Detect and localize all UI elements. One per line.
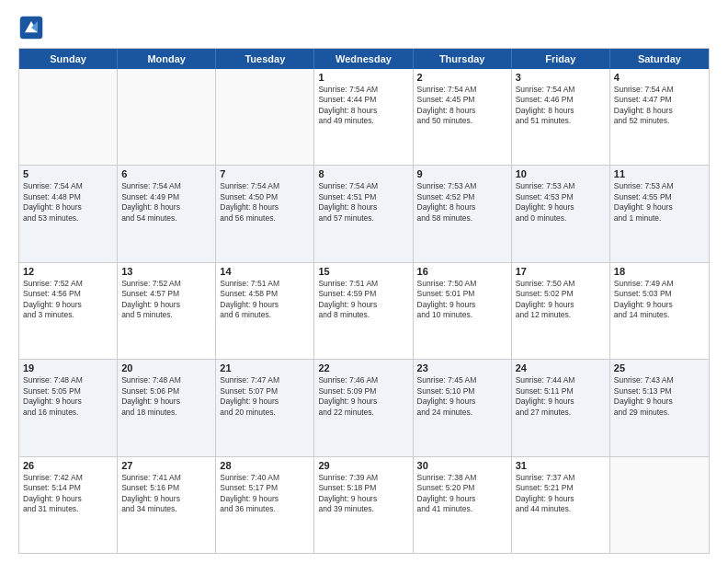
cell-date: 7 bbox=[220, 168, 310, 179]
cell-info: Sunrise: 7:53 AM Sunset: 4:52 PM Dayligh… bbox=[417, 181, 507, 224]
cell-date: 31 bbox=[516, 460, 606, 471]
cell-date: 21 bbox=[220, 362, 310, 373]
calendar-cell: 31Sunrise: 7:37 AM Sunset: 5:21 PM Dayli… bbox=[512, 457, 610, 553]
day-name-sunday: Sunday bbox=[19, 49, 118, 69]
day-name-friday: Friday bbox=[512, 49, 610, 69]
cell-info: Sunrise: 7:51 AM Sunset: 4:59 PM Dayligh… bbox=[318, 279, 408, 321]
cell-date: 18 bbox=[614, 266, 705, 277]
cell-date: 10 bbox=[516, 168, 606, 179]
calendar-row-4: 26Sunrise: 7:42 AM Sunset: 5:14 PM Dayli… bbox=[19, 457, 709, 553]
calendar-cell: 10Sunrise: 7:53 AM Sunset: 4:53 PM Dayli… bbox=[512, 166, 610, 261]
cell-date: 28 bbox=[220, 460, 310, 471]
calendar-cell bbox=[610, 457, 709, 553]
day-name-thursday: Thursday bbox=[414, 49, 512, 69]
calendar-cell: 22Sunrise: 7:46 AM Sunset: 5:09 PM Dayli… bbox=[314, 360, 413, 455]
cell-date: 17 bbox=[516, 266, 606, 277]
calendar-cell: 5Sunrise: 7:54 AM Sunset: 4:48 PM Daylig… bbox=[19, 166, 118, 261]
cell-info: Sunrise: 7:47 AM Sunset: 5:07 PM Dayligh… bbox=[220, 375, 310, 418]
calendar-cell: 19Sunrise: 7:48 AM Sunset: 5:05 PM Dayli… bbox=[19, 360, 118, 455]
cell-date: 8 bbox=[318, 168, 408, 179]
cell-date: 5 bbox=[23, 168, 113, 179]
cell-info: Sunrise: 7:54 AM Sunset: 4:46 PM Dayligh… bbox=[516, 85, 606, 127]
cell-date: 19 bbox=[23, 362, 113, 373]
calendar-cell: 17Sunrise: 7:50 AM Sunset: 5:02 PM Dayli… bbox=[512, 263, 610, 359]
cell-date: 11 bbox=[614, 168, 705, 179]
calendar-cell: 16Sunrise: 7:50 AM Sunset: 5:01 PM Dayli… bbox=[414, 263, 512, 359]
calendar-cell: 7Sunrise: 7:54 AM Sunset: 4:50 PM Daylig… bbox=[216, 166, 314, 261]
calendar-header: SundayMondayTuesdayWednesdayThursdayFrid… bbox=[19, 49, 709, 69]
cell-date: 15 bbox=[318, 266, 408, 277]
cell-date: 23 bbox=[417, 362, 507, 373]
cell-info: Sunrise: 7:53 AM Sunset: 4:55 PM Dayligh… bbox=[614, 181, 705, 224]
calendar-cell: 27Sunrise: 7:41 AM Sunset: 5:16 PM Dayli… bbox=[118, 457, 216, 553]
cell-info: Sunrise: 7:39 AM Sunset: 5:18 PM Dayligh… bbox=[318, 473, 408, 515]
cell-info: Sunrise: 7:38 AM Sunset: 5:20 PM Dayligh… bbox=[417, 473, 507, 515]
calendar-cell: 11Sunrise: 7:53 AM Sunset: 4:55 PM Dayli… bbox=[610, 166, 709, 261]
cell-info: Sunrise: 7:54 AM Sunset: 4:51 PM Dayligh… bbox=[318, 181, 408, 224]
cell-date: 3 bbox=[516, 72, 606, 83]
cell-info: Sunrise: 7:49 AM Sunset: 5:03 PM Dayligh… bbox=[614, 279, 705, 321]
cell-date: 9 bbox=[417, 168, 507, 179]
calendar-cell: 15Sunrise: 7:51 AM Sunset: 4:59 PM Dayli… bbox=[314, 263, 413, 359]
calendar-cell: 23Sunrise: 7:45 AM Sunset: 5:10 PM Dayli… bbox=[414, 360, 512, 455]
calendar-cell: 6Sunrise: 7:54 AM Sunset: 4:49 PM Daylig… bbox=[118, 166, 216, 261]
calendar-cell: 14Sunrise: 7:51 AM Sunset: 4:58 PM Dayli… bbox=[216, 263, 314, 359]
page: SundayMondayTuesdayWednesdayThursdayFrid… bbox=[0, 0, 728, 563]
cell-info: Sunrise: 7:52 AM Sunset: 4:57 PM Dayligh… bbox=[121, 279, 211, 321]
day-name-wednesday: Wednesday bbox=[314, 49, 413, 69]
cell-date: 26 bbox=[23, 460, 113, 471]
cell-info: Sunrise: 7:51 AM Sunset: 4:58 PM Dayligh… bbox=[220, 279, 310, 321]
cell-info: Sunrise: 7:41 AM Sunset: 5:16 PM Dayligh… bbox=[121, 473, 211, 515]
cell-date: 1 bbox=[318, 72, 408, 83]
cell-info: Sunrise: 7:48 AM Sunset: 5:06 PM Dayligh… bbox=[121, 375, 211, 418]
cell-info: Sunrise: 7:52 AM Sunset: 4:56 PM Dayligh… bbox=[23, 279, 113, 321]
cell-date: 6 bbox=[121, 168, 211, 179]
cell-date: 16 bbox=[417, 266, 507, 277]
calendar-row-3: 19Sunrise: 7:48 AM Sunset: 5:05 PM Dayli… bbox=[19, 360, 709, 456]
calendar-cell: 9Sunrise: 7:53 AM Sunset: 4:52 PM Daylig… bbox=[414, 166, 512, 261]
day-name-tuesday: Tuesday bbox=[216, 49, 314, 69]
calendar-cell: 12Sunrise: 7:52 AM Sunset: 4:56 PM Dayli… bbox=[19, 263, 118, 359]
cell-info: Sunrise: 7:54 AM Sunset: 4:50 PM Dayligh… bbox=[220, 181, 310, 224]
cell-date: 22 bbox=[318, 362, 408, 373]
header bbox=[18, 15, 710, 40]
cell-date: 13 bbox=[121, 266, 211, 277]
calendar-cell: 28Sunrise: 7:40 AM Sunset: 5:17 PM Dayli… bbox=[216, 457, 314, 553]
calendar-cell: 2Sunrise: 7:54 AM Sunset: 4:45 PM Daylig… bbox=[414, 69, 512, 165]
calendar-cell bbox=[118, 69, 216, 165]
cell-info: Sunrise: 7:46 AM Sunset: 5:09 PM Dayligh… bbox=[318, 375, 408, 418]
cell-info: Sunrise: 7:44 AM Sunset: 5:11 PM Dayligh… bbox=[516, 375, 606, 418]
cell-date: 14 bbox=[220, 266, 310, 277]
calendar-cell bbox=[19, 69, 118, 165]
calendar-cell: 1Sunrise: 7:54 AM Sunset: 4:44 PM Daylig… bbox=[314, 69, 413, 165]
cell-info: Sunrise: 7:42 AM Sunset: 5:14 PM Dayligh… bbox=[23, 473, 113, 515]
cell-info: Sunrise: 7:54 AM Sunset: 4:45 PM Dayligh… bbox=[417, 85, 507, 127]
day-name-saturday: Saturday bbox=[610, 49, 709, 69]
cell-date: 25 bbox=[614, 362, 705, 373]
cell-info: Sunrise: 7:54 AM Sunset: 4:49 PM Dayligh… bbox=[121, 181, 211, 224]
cell-info: Sunrise: 7:37 AM Sunset: 5:21 PM Dayligh… bbox=[516, 473, 606, 515]
cell-info: Sunrise: 7:48 AM Sunset: 5:05 PM Dayligh… bbox=[23, 375, 113, 418]
cell-date: 27 bbox=[121, 460, 211, 471]
cell-info: Sunrise: 7:50 AM Sunset: 5:02 PM Dayligh… bbox=[516, 279, 606, 321]
cell-info: Sunrise: 7:50 AM Sunset: 5:01 PM Dayligh… bbox=[417, 279, 507, 321]
cell-info: Sunrise: 7:53 AM Sunset: 4:53 PM Dayligh… bbox=[516, 181, 606, 224]
calendar-cell bbox=[216, 69, 314, 165]
cell-date: 2 bbox=[417, 72, 507, 83]
cell-date: 30 bbox=[417, 460, 507, 471]
logo-icon bbox=[18, 15, 44, 40]
calendar-row-1: 5Sunrise: 7:54 AM Sunset: 4:48 PM Daylig… bbox=[19, 166, 709, 262]
calendar-cell: 20Sunrise: 7:48 AM Sunset: 5:06 PM Dayli… bbox=[118, 360, 216, 455]
calendar-body: 1Sunrise: 7:54 AM Sunset: 4:44 PM Daylig… bbox=[19, 69, 709, 553]
calendar-row-0: 1Sunrise: 7:54 AM Sunset: 4:44 PM Daylig… bbox=[19, 69, 709, 166]
calendar-cell: 26Sunrise: 7:42 AM Sunset: 5:14 PM Dayli… bbox=[19, 457, 118, 553]
calendar-cell: 18Sunrise: 7:49 AM Sunset: 5:03 PM Dayli… bbox=[610, 263, 709, 359]
cell-date: 12 bbox=[23, 266, 113, 277]
calendar-cell: 4Sunrise: 7:54 AM Sunset: 4:47 PM Daylig… bbox=[610, 69, 709, 165]
calendar-cell: 30Sunrise: 7:38 AM Sunset: 5:20 PM Dayli… bbox=[414, 457, 512, 553]
cell-date: 29 bbox=[318, 460, 408, 471]
cell-info: Sunrise: 7:54 AM Sunset: 4:48 PM Dayligh… bbox=[23, 181, 113, 224]
day-name-monday: Monday bbox=[118, 49, 216, 69]
calendar-cell: 13Sunrise: 7:52 AM Sunset: 4:57 PM Dayli… bbox=[118, 263, 216, 359]
cell-info: Sunrise: 7:43 AM Sunset: 5:13 PM Dayligh… bbox=[614, 375, 705, 418]
